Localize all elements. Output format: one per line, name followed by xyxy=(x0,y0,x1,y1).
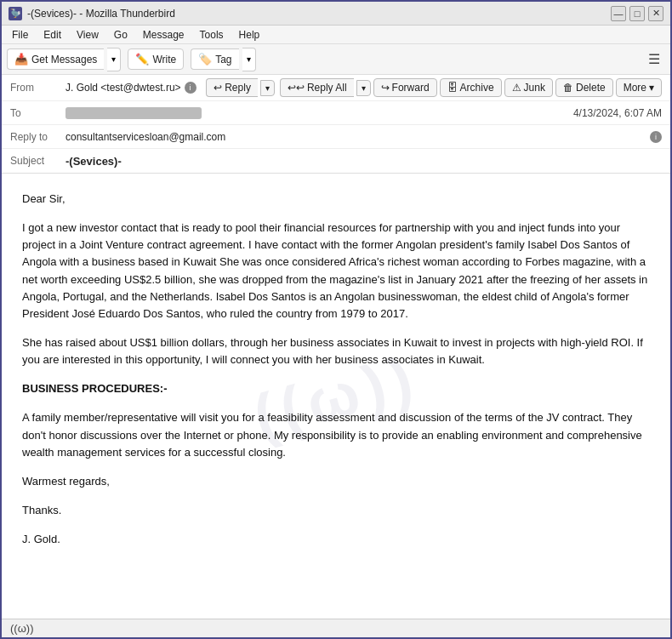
window-controls: — □ ✕ xyxy=(611,6,663,21)
title-bar: 🦤 -(Sevices)- - Mozilla Thunderbird — □ … xyxy=(2,2,670,26)
reply-dropdown[interactable]: ▾ xyxy=(260,80,275,96)
delete-button[interactable]: 🗑 Delete xyxy=(555,78,613,97)
menu-tools[interactable]: Tools xyxy=(193,27,231,43)
from-value: J. Gold <test@dwtest.ru> xyxy=(65,82,181,94)
reply-to-value: consultantservicesloan@gmail.com xyxy=(65,131,646,143)
more-button[interactable]: More ▾ xyxy=(616,78,662,97)
tag-button[interactable]: 🏷️ Tag xyxy=(191,48,238,70)
menu-go[interactable]: Go xyxy=(107,27,134,43)
forward-icon: ↪ xyxy=(381,82,390,94)
greeting: Dear Sir, xyxy=(22,191,650,208)
from-label: From xyxy=(10,82,65,94)
from-info-icon[interactable]: i xyxy=(185,82,196,94)
more-chevron-icon: ▾ xyxy=(649,82,654,94)
paragraph1: I got a new investor contact that is rea… xyxy=(22,220,650,322)
menu-file[interactable]: File xyxy=(5,27,35,43)
to-row: To 4/13/2024, 6:07 AM xyxy=(2,101,670,125)
action-buttons: ↩ Reply ▾ ↩↩ Reply All ▾ ↪ Forward 🗄 Arc… xyxy=(206,78,662,97)
reply-button[interactable]: ↩ Reply xyxy=(206,78,258,97)
hamburger-menu[interactable]: ☰ xyxy=(643,48,665,71)
subject-row: Subject -(Sevices)- xyxy=(2,149,670,173)
junk-icon: ⚠ xyxy=(512,82,521,94)
menu-bar: File Edit View Go Message Tools Help xyxy=(2,26,670,44)
email-date: 4/13/2024, 6:07 AM xyxy=(573,107,662,119)
get-messages-icon: 📥 xyxy=(14,53,28,66)
paragraph3: A family member/representative will visi… xyxy=(22,409,650,460)
app-icon: 🦤 xyxy=(9,7,22,20)
reply-all-icon: ↩↩ xyxy=(288,82,305,94)
email-header: From J. Gold <test@dwtest.ru> i ↩ Reply … xyxy=(2,75,670,174)
connection-icon: ((ω)) xyxy=(10,622,33,635)
tag-dropdown[interactable]: ▾ xyxy=(242,48,256,71)
reply-to-info-icon[interactable]: i xyxy=(650,131,662,143)
warmest-regards: Warmest regards, xyxy=(22,473,650,490)
paragraph2: She has raised about US$1 billion dollar… xyxy=(22,334,650,368)
reply-to-row: Reply to consultantservicesloan@gmail.co… xyxy=(2,125,670,149)
archive-button[interactable]: 🗄 Archive xyxy=(440,78,502,97)
tag-icon: 🏷️ xyxy=(198,53,212,66)
subject-value: -(Sevices)- xyxy=(65,155,662,168)
reply-all-dropdown[interactable]: ▾ xyxy=(356,80,371,96)
to-value xyxy=(65,107,202,119)
menu-message[interactable]: Message xyxy=(136,27,191,43)
signature: J. Gold. xyxy=(22,531,650,548)
status-bar: ((ω)) xyxy=(2,619,670,637)
toolbar: 📥 Get Messages ▾ ✏️ Write 🏷️ Tag ▾ ☰ xyxy=(2,44,670,75)
junk-button[interactable]: ⚠ Junk xyxy=(504,78,553,97)
get-messages-dropdown[interactable]: ▾ xyxy=(107,48,121,71)
get-messages-button[interactable]: 📥 Get Messages xyxy=(7,48,104,70)
menu-help[interactable]: Help xyxy=(232,27,267,43)
reply-icon: ↩ xyxy=(214,82,222,94)
archive-icon: 🗄 xyxy=(447,82,458,94)
reply-all-button[interactable]: ↩↩ Reply All xyxy=(280,78,354,97)
main-window: 🦤 -(Sevices)- - Mozilla Thunderbird — □ … xyxy=(0,0,672,639)
write-icon: ✏️ xyxy=(135,53,149,66)
thanks: Thanks. xyxy=(22,502,650,519)
from-row: From J. Gold <test@dwtest.ru> i ↩ Reply … xyxy=(2,75,670,101)
to-label: To xyxy=(10,107,65,119)
close-button[interactable]: ✕ xyxy=(648,6,663,21)
subject-label: Subject xyxy=(10,155,65,167)
write-button[interactable]: ✏️ Write xyxy=(128,48,184,70)
window-title: -(Sevices)- - Mozilla Thunderbird xyxy=(27,8,611,20)
reply-to-label: Reply to xyxy=(10,131,65,143)
menu-edit[interactable]: Edit xyxy=(37,27,68,43)
minimize-button[interactable]: — xyxy=(611,6,626,21)
email-body: ((ω)) Dear Sir, I got a new investor con… xyxy=(2,174,670,619)
email-content: Dear Sir, I got a new investor contact t… xyxy=(22,191,650,548)
forward-button[interactable]: ↪ Forward xyxy=(373,78,437,97)
delete-icon: 🗑 xyxy=(563,82,573,94)
business-procedures: BUSINESS PROCEDURES:- xyxy=(22,380,650,397)
maximize-button[interactable]: □ xyxy=(629,6,645,21)
menu-view[interactable]: View xyxy=(70,27,105,43)
